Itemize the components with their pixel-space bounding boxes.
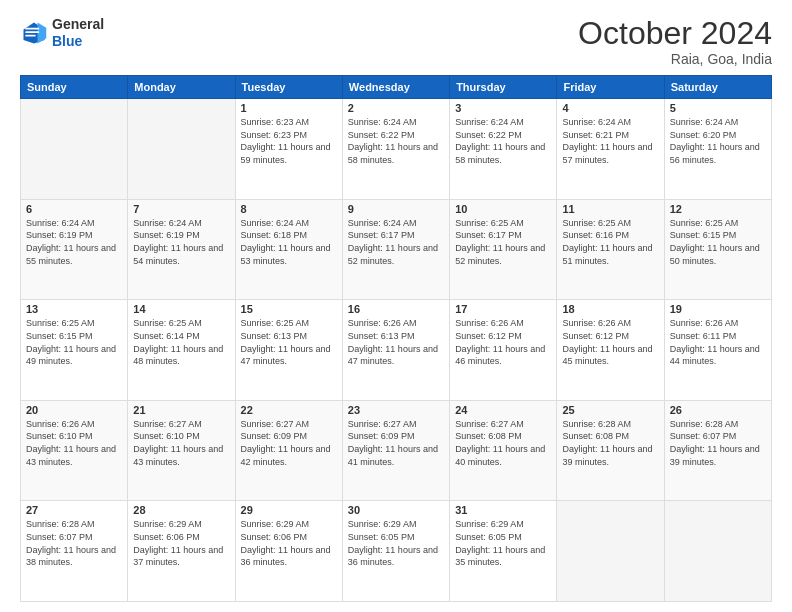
day-number: 14	[133, 303, 229, 315]
calendar-week-row: 20Sunrise: 6:26 AM Sunset: 6:10 PM Dayli…	[21, 400, 772, 501]
page: General Blue October 2024 Raia, Goa, Ind…	[0, 0, 792, 612]
cell-content: Sunrise: 6:23 AM Sunset: 6:23 PM Dayligh…	[241, 116, 337, 166]
day-number: 27	[26, 504, 122, 516]
calendar-cell: 17Sunrise: 6:26 AM Sunset: 6:12 PM Dayli…	[450, 300, 557, 401]
cell-content: Sunrise: 6:26 AM Sunset: 6:11 PM Dayligh…	[670, 317, 766, 367]
cell-content: Sunrise: 6:27 AM Sunset: 6:10 PM Dayligh…	[133, 418, 229, 468]
calendar-cell: 8Sunrise: 6:24 AM Sunset: 6:18 PM Daylig…	[235, 199, 342, 300]
calendar-cell: 31Sunrise: 6:29 AM Sunset: 6:05 PM Dayli…	[450, 501, 557, 602]
cell-content: Sunrise: 6:26 AM Sunset: 6:12 PM Dayligh…	[455, 317, 551, 367]
calendar-cell	[557, 501, 664, 602]
cell-content: Sunrise: 6:26 AM Sunset: 6:12 PM Dayligh…	[562, 317, 658, 367]
calendar-cell: 14Sunrise: 6:25 AM Sunset: 6:14 PM Dayli…	[128, 300, 235, 401]
day-number: 15	[241, 303, 337, 315]
cell-content: Sunrise: 6:27 AM Sunset: 6:09 PM Dayligh…	[241, 418, 337, 468]
cell-content: Sunrise: 6:25 AM Sunset: 6:16 PM Dayligh…	[562, 217, 658, 267]
calendar-cell: 6Sunrise: 6:24 AM Sunset: 6:19 PM Daylig…	[21, 199, 128, 300]
calendar-week-row: 6Sunrise: 6:24 AM Sunset: 6:19 PM Daylig…	[21, 199, 772, 300]
calendar-cell: 19Sunrise: 6:26 AM Sunset: 6:11 PM Dayli…	[664, 300, 771, 401]
day-number: 31	[455, 504, 551, 516]
day-number: 29	[241, 504, 337, 516]
day-number: 4	[562, 102, 658, 114]
day-number: 9	[348, 203, 444, 215]
calendar-cell: 21Sunrise: 6:27 AM Sunset: 6:10 PM Dayli…	[128, 400, 235, 501]
svg-rect-2	[25, 28, 39, 30]
calendar-cell: 3Sunrise: 6:24 AM Sunset: 6:22 PM Daylig…	[450, 99, 557, 200]
calendar-cell: 13Sunrise: 6:25 AM Sunset: 6:15 PM Dayli…	[21, 300, 128, 401]
calendar-week-row: 27Sunrise: 6:28 AM Sunset: 6:07 PM Dayli…	[21, 501, 772, 602]
day-number: 28	[133, 504, 229, 516]
calendar-cell: 12Sunrise: 6:25 AM Sunset: 6:15 PM Dayli…	[664, 199, 771, 300]
day-number: 2	[348, 102, 444, 114]
logo-blue: Blue	[52, 33, 82, 49]
month-title: October 2024	[578, 16, 772, 51]
day-number: 6	[26, 203, 122, 215]
cell-content: Sunrise: 6:28 AM Sunset: 6:08 PM Dayligh…	[562, 418, 658, 468]
cell-content: Sunrise: 6:25 AM Sunset: 6:15 PM Dayligh…	[26, 317, 122, 367]
day-header-thursday: Thursday	[450, 76, 557, 99]
calendar-week-row: 13Sunrise: 6:25 AM Sunset: 6:15 PM Dayli…	[21, 300, 772, 401]
cell-content: Sunrise: 6:24 AM Sunset: 6:20 PM Dayligh…	[670, 116, 766, 166]
cell-content: Sunrise: 6:29 AM Sunset: 6:06 PM Dayligh…	[241, 518, 337, 568]
cell-content: Sunrise: 6:24 AM Sunset: 6:18 PM Dayligh…	[241, 217, 337, 267]
day-number: 21	[133, 404, 229, 416]
calendar-cell: 2Sunrise: 6:24 AM Sunset: 6:22 PM Daylig…	[342, 99, 449, 200]
calendar-cell: 20Sunrise: 6:26 AM Sunset: 6:10 PM Dayli…	[21, 400, 128, 501]
cell-content: Sunrise: 6:26 AM Sunset: 6:13 PM Dayligh…	[348, 317, 444, 367]
day-header-monday: Monday	[128, 76, 235, 99]
cell-content: Sunrise: 6:29 AM Sunset: 6:05 PM Dayligh…	[348, 518, 444, 568]
cell-content: Sunrise: 6:24 AM Sunset: 6:22 PM Dayligh…	[348, 116, 444, 166]
day-number: 26	[670, 404, 766, 416]
day-number: 12	[670, 203, 766, 215]
calendar-cell: 28Sunrise: 6:29 AM Sunset: 6:06 PM Dayli…	[128, 501, 235, 602]
cell-content: Sunrise: 6:24 AM Sunset: 6:17 PM Dayligh…	[348, 217, 444, 267]
calendar-cell	[664, 501, 771, 602]
calendar-cell: 1Sunrise: 6:23 AM Sunset: 6:23 PM Daylig…	[235, 99, 342, 200]
cell-content: Sunrise: 6:29 AM Sunset: 6:05 PM Dayligh…	[455, 518, 551, 568]
cell-content: Sunrise: 6:27 AM Sunset: 6:08 PM Dayligh…	[455, 418, 551, 468]
calendar-cell: 23Sunrise: 6:27 AM Sunset: 6:09 PM Dayli…	[342, 400, 449, 501]
day-number: 18	[562, 303, 658, 315]
svg-rect-3	[25, 31, 39, 33]
cell-content: Sunrise: 6:25 AM Sunset: 6:15 PM Dayligh…	[670, 217, 766, 267]
svg-rect-4	[25, 35, 36, 37]
cell-content: Sunrise: 6:24 AM Sunset: 6:21 PM Dayligh…	[562, 116, 658, 166]
calendar-cell: 26Sunrise: 6:28 AM Sunset: 6:07 PM Dayli…	[664, 400, 771, 501]
svg-marker-1	[38, 22, 47, 43]
calendar-cell: 25Sunrise: 6:28 AM Sunset: 6:08 PM Dayli…	[557, 400, 664, 501]
day-number: 3	[455, 102, 551, 114]
cell-content: Sunrise: 6:28 AM Sunset: 6:07 PM Dayligh…	[26, 518, 122, 568]
day-header-wednesday: Wednesday	[342, 76, 449, 99]
calendar-cell: 5Sunrise: 6:24 AM Sunset: 6:20 PM Daylig…	[664, 99, 771, 200]
day-number: 10	[455, 203, 551, 215]
calendar-cell	[128, 99, 235, 200]
calendar-cell: 27Sunrise: 6:28 AM Sunset: 6:07 PM Dayli…	[21, 501, 128, 602]
calendar-cell: 29Sunrise: 6:29 AM Sunset: 6:06 PM Dayli…	[235, 501, 342, 602]
cell-content: Sunrise: 6:24 AM Sunset: 6:19 PM Dayligh…	[26, 217, 122, 267]
calendar-table: SundayMondayTuesdayWednesdayThursdayFrid…	[20, 75, 772, 602]
day-header-sunday: Sunday	[21, 76, 128, 99]
day-number: 7	[133, 203, 229, 215]
cell-content: Sunrise: 6:26 AM Sunset: 6:10 PM Dayligh…	[26, 418, 122, 468]
calendar-cell: 24Sunrise: 6:27 AM Sunset: 6:08 PM Dayli…	[450, 400, 557, 501]
cell-content: Sunrise: 6:28 AM Sunset: 6:07 PM Dayligh…	[670, 418, 766, 468]
cell-content: Sunrise: 6:24 AM Sunset: 6:22 PM Dayligh…	[455, 116, 551, 166]
cell-content: Sunrise: 6:27 AM Sunset: 6:09 PM Dayligh…	[348, 418, 444, 468]
day-number: 30	[348, 504, 444, 516]
day-number: 17	[455, 303, 551, 315]
day-number: 24	[455, 404, 551, 416]
header: General Blue October 2024 Raia, Goa, Ind…	[20, 16, 772, 67]
calendar-cell: 30Sunrise: 6:29 AM Sunset: 6:05 PM Dayli…	[342, 501, 449, 602]
logo: General Blue	[20, 16, 104, 50]
calendar-cell: 18Sunrise: 6:26 AM Sunset: 6:12 PM Dayli…	[557, 300, 664, 401]
day-number: 22	[241, 404, 337, 416]
calendar-cell: 9Sunrise: 6:24 AM Sunset: 6:17 PM Daylig…	[342, 199, 449, 300]
day-header-friday: Friday	[557, 76, 664, 99]
calendar-cell: 22Sunrise: 6:27 AM Sunset: 6:09 PM Dayli…	[235, 400, 342, 501]
day-number: 16	[348, 303, 444, 315]
day-header-tuesday: Tuesday	[235, 76, 342, 99]
day-number: 5	[670, 102, 766, 114]
logo-text: General Blue	[52, 16, 104, 50]
calendar-cell: 15Sunrise: 6:25 AM Sunset: 6:13 PM Dayli…	[235, 300, 342, 401]
day-header-saturday: Saturday	[664, 76, 771, 99]
